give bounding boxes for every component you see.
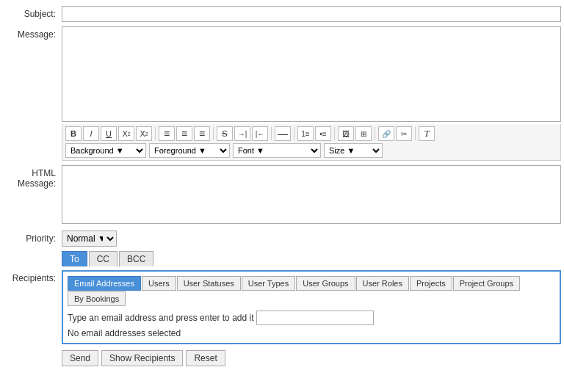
indent-button[interactable]: →| xyxy=(234,126,250,141)
source-button[interactable]: T xyxy=(419,126,435,141)
priority-select[interactable]: Normal ▼ xyxy=(62,231,117,247)
action-buttons: Send Show Recipients Reset xyxy=(3,350,561,366)
separator2 xyxy=(213,127,214,140)
separator5 xyxy=(334,127,335,140)
separator1 xyxy=(155,127,156,140)
size-select[interactable]: Size ▼ xyxy=(324,143,383,158)
tab-to[interactable]: To xyxy=(62,251,87,266)
message-row: Message: B I U X2 X2 ≡ ≡ ≡ S →| | xyxy=(3,26,561,161)
to-cc-bcc-tab-row: To CC BCC xyxy=(62,251,561,266)
unlink-button[interactable]: ✂ xyxy=(396,126,412,141)
message-control: B I U X2 X2 ≡ ≡ ≡ S →| |← — 1≡ xyxy=(62,26,561,161)
separator6 xyxy=(375,127,375,140)
recipient-tab-email-addresses[interactable]: Email Addresses xyxy=(68,276,141,291)
message-label: Message: xyxy=(3,26,62,40)
align-center-button[interactable]: ≡ xyxy=(176,126,192,141)
recipient-email-input[interactable] xyxy=(256,311,374,325)
recipient-tab-by-bookings[interactable]: By Bookings xyxy=(68,291,126,306)
message-toolbar: B I U X2 X2 ≡ ≡ ≡ S →| |← — 1≡ xyxy=(62,124,561,161)
subject-control xyxy=(62,6,561,22)
foreground-select[interactable]: Foreground ▼ xyxy=(149,143,230,158)
recipient-tab-user-statuses[interactable]: User Statuses xyxy=(177,276,241,291)
recipients-container: Email Addresses Users User Statuses User… xyxy=(62,270,561,344)
recipients-content-row: Recipients: Email Addresses Users User S… xyxy=(3,270,561,344)
message-textarea[interactable] xyxy=(62,26,561,122)
separator7 xyxy=(415,127,416,140)
recipient-tab-project-groups[interactable]: Project Groups xyxy=(453,276,520,291)
bold-button[interactable]: B xyxy=(65,126,82,141)
subject-label: Subject: xyxy=(3,6,62,19)
font-select[interactable]: Font ▼ xyxy=(233,143,321,158)
ordered-list-button[interactable]: 1≡ xyxy=(297,126,314,141)
priority-label: Priority: xyxy=(3,231,62,244)
toolbar-row2: Background ▼ Foreground ▼ Font ▼ Size ▼ xyxy=(65,143,557,158)
priority-control: Normal ▼ xyxy=(62,231,561,247)
recipients-content: Email Addresses Users User Statuses User… xyxy=(62,270,561,344)
send-button[interactable]: Send xyxy=(62,350,98,366)
show-recipients-button[interactable]: Show Recipients xyxy=(101,350,183,366)
recipient-tab-user-types[interactable]: User Types xyxy=(242,276,295,291)
superscript-button[interactable]: X2 xyxy=(136,126,152,141)
reset-button[interactable]: Reset xyxy=(186,350,225,366)
table-button[interactable]: ⊞ xyxy=(355,126,372,141)
email-input-label: Type an email address and press enter to… xyxy=(68,313,253,323)
underline-button[interactable]: U xyxy=(101,126,117,141)
no-email-text: No email addresses selected xyxy=(68,328,555,338)
recipients-row: To CC BCC xyxy=(3,251,561,266)
subject-input[interactable] xyxy=(62,6,561,22)
html-message-label: HTML Message: xyxy=(3,165,62,189)
html-message-control xyxy=(62,165,561,226)
email-form: Subject: Message: B I U X2 X2 ≡ ≡ ≡ xyxy=(0,0,564,372)
recipients-content-label: Recipients: xyxy=(3,270,62,283)
italic-button[interactable]: I xyxy=(83,126,99,141)
link-button[interactable]: 🔗 xyxy=(378,126,394,141)
recipients-label xyxy=(3,251,62,254)
align-right-button[interactable]: ≡ xyxy=(194,126,210,141)
recipient-tab-users[interactable]: Users xyxy=(142,276,176,291)
recipient-tab-projects[interactable]: Projects xyxy=(410,276,452,291)
html-message-row: HTML Message: xyxy=(3,165,561,226)
background-select[interactable]: Background ▼ xyxy=(65,143,146,158)
recipient-tab-user-roles[interactable]: User Roles xyxy=(356,276,409,291)
priority-row: Priority: Normal ▼ xyxy=(3,231,561,247)
recipient-tabs: Email Addresses Users User Statuses User… xyxy=(68,276,555,306)
tab-bcc[interactable]: BCC xyxy=(119,251,153,266)
subject-row: Subject: xyxy=(3,6,561,22)
tab-cc[interactable]: CC xyxy=(89,251,118,266)
subscript-button[interactable]: X2 xyxy=(118,126,134,141)
separator4 xyxy=(294,127,294,140)
unordered-list-button[interactable]: •≡ xyxy=(315,126,331,141)
toolbar-row1: B I U X2 X2 ≡ ≡ ≡ S →| |← — 1≡ xyxy=(65,126,557,141)
outdent-button[interactable]: |← xyxy=(252,126,268,141)
recipient-tab-user-groups[interactable]: User Groups xyxy=(296,276,355,291)
align-left-button[interactable]: ≡ xyxy=(159,126,175,141)
strikethrough-button[interactable]: S xyxy=(217,126,233,141)
html-message-textarea[interactable] xyxy=(62,165,561,224)
recipient-input-row: Type an email address and press enter to… xyxy=(68,311,555,325)
separator3 xyxy=(271,127,272,140)
to-cc-bcc-tabs: To CC BCC xyxy=(62,251,561,266)
hr-button[interactable]: — xyxy=(275,126,291,141)
image-button[interactable]: 🖼 xyxy=(338,126,354,141)
